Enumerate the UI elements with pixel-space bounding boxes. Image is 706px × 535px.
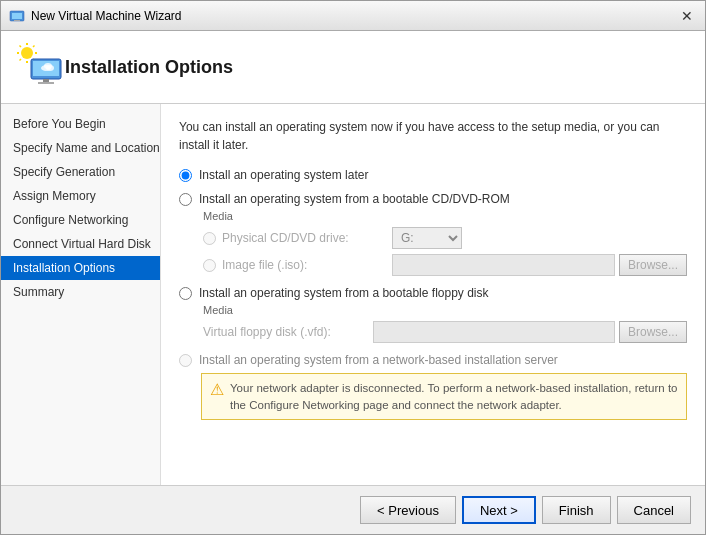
header-title: Installation Options bbox=[65, 57, 233, 78]
browse-iso-button: Browse... bbox=[619, 254, 687, 276]
radio-image-file bbox=[203, 259, 216, 272]
floppy-media-label: Media bbox=[203, 304, 687, 316]
body: Before You Begin Specify Name and Locati… bbox=[1, 104, 705, 485]
radio-physical-cd bbox=[203, 232, 216, 245]
label-install-network: Install an operating system from a netwo… bbox=[199, 353, 558, 367]
sidebar-item-before-you-begin[interactable]: Before You Begin bbox=[1, 112, 160, 136]
vfd-row: Virtual floppy disk (.vfd): Browse... bbox=[203, 321, 687, 343]
radio-install-floppy[interactable] bbox=[179, 287, 192, 300]
radio-install-network bbox=[179, 354, 192, 367]
option-install-floppy: Install an operating system from a boota… bbox=[179, 286, 687, 343]
dvd-media-label: Media bbox=[203, 210, 687, 222]
footer: < Previous Next > Finish Cancel bbox=[1, 485, 705, 534]
wizard-window: New Virtual Machine Wizard ✕ bbox=[0, 0, 706, 535]
sidebar: Before You Begin Specify Name and Locati… bbox=[1, 104, 161, 485]
sidebar-item-specify-generation[interactable]: Specify Generation bbox=[1, 160, 160, 184]
svg-line-10 bbox=[33, 46, 35, 48]
drive-select: G: bbox=[392, 227, 462, 249]
header: Installation Options bbox=[1, 31, 705, 104]
floppy-sub-section: Media Virtual floppy disk (.vfd): Browse… bbox=[201, 304, 687, 343]
label-install-dvd[interactable]: Install an operating system from a boota… bbox=[199, 192, 510, 206]
warning-icon: ⚠ bbox=[210, 380, 224, 399]
image-file-row: Image file (.iso): Browse... bbox=[203, 254, 687, 276]
label-install-floppy[interactable]: Install an operating system from a boota… bbox=[199, 286, 489, 300]
sidebar-item-specify-name[interactable]: Specify Name and Location bbox=[1, 136, 160, 160]
svg-rect-14 bbox=[43, 79, 49, 82]
label-vfd: Virtual floppy disk (.vfd): bbox=[203, 325, 373, 339]
next-button[interactable]: Next > bbox=[462, 496, 536, 524]
main-content: You can install an operating system now … bbox=[161, 104, 705, 485]
radio-install-dvd[interactable] bbox=[179, 193, 192, 206]
option-install-network: Install an operating system from a netwo… bbox=[179, 353, 687, 420]
finish-button[interactable]: Finish bbox=[542, 496, 611, 524]
dvd-sub-section: Media Physical CD/DVD drive: G: Image fi… bbox=[201, 210, 687, 276]
vfd-path-input bbox=[373, 321, 615, 343]
intro-text: You can install an operating system now … bbox=[179, 118, 687, 154]
title-bar: New Virtual Machine Wizard ✕ bbox=[1, 1, 705, 31]
network-warning: ⚠ Your network adapter is disconnected. … bbox=[201, 373, 687, 420]
sidebar-item-connect-vhd[interactable]: Connect Virtual Hard Disk bbox=[1, 232, 160, 256]
svg-rect-1 bbox=[12, 13, 22, 19]
iso-path-input bbox=[392, 254, 615, 276]
sidebar-item-installation-options[interactable]: Installation Options bbox=[1, 256, 160, 280]
label-physical-cd: Physical CD/DVD drive: bbox=[222, 231, 392, 245]
cancel-button[interactable]: Cancel bbox=[617, 496, 691, 524]
header-icon bbox=[17, 43, 65, 91]
svg-line-8 bbox=[20, 46, 22, 48]
browse-vfd-button: Browse... bbox=[619, 321, 687, 343]
physical-cd-row: Physical CD/DVD drive: G: bbox=[203, 227, 687, 249]
option-install-later: Install an operating system later bbox=[179, 168, 687, 182]
sidebar-item-assign-memory[interactable]: Assign Memory bbox=[1, 184, 160, 208]
svg-rect-15 bbox=[38, 82, 54, 84]
radio-install-later[interactable] bbox=[179, 169, 192, 182]
svg-line-11 bbox=[20, 59, 22, 61]
close-button[interactable]: ✕ bbox=[677, 6, 697, 26]
label-image-file: Image file (.iso): bbox=[222, 258, 392, 272]
warning-text: Your network adapter is disconnected. To… bbox=[230, 380, 678, 413]
svg-point-3 bbox=[21, 47, 33, 59]
title-bar-text: New Virtual Machine Wizard bbox=[31, 9, 677, 23]
wizard-icon bbox=[9, 8, 25, 24]
sidebar-item-summary[interactable]: Summary bbox=[1, 280, 160, 304]
label-install-later[interactable]: Install an operating system later bbox=[199, 168, 368, 182]
option-install-dvd: Install an operating system from a boota… bbox=[179, 192, 687, 276]
svg-point-18 bbox=[44, 63, 52, 69]
svg-rect-2 bbox=[14, 20, 20, 21]
sidebar-item-configure-networking[interactable]: Configure Networking bbox=[1, 208, 160, 232]
previous-button[interactable]: < Previous bbox=[360, 496, 456, 524]
